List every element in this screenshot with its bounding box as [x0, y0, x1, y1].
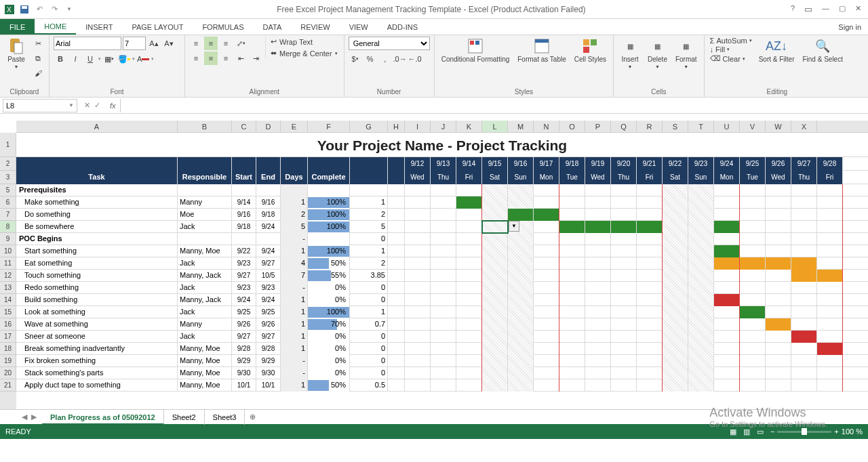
redo-icon[interactable]: ↷ — [49, 4, 60, 15]
row-header-15[interactable]: 15 — [0, 306, 16, 318]
gantt-cell[interactable] — [534, 221, 559, 233]
project-title[interactable]: Your Project Name - Project Tracking — [16, 133, 868, 157]
gantt-cell[interactable] — [405, 196, 431, 209]
gantt-cell[interactable] — [637, 245, 663, 257]
gantt-cell[interactable] — [817, 270, 843, 282]
col-header-R[interactable]: R — [637, 121, 663, 132]
view-break-button[interactable]: ▭ — [757, 427, 764, 436]
gantt-cell[interactable] — [688, 355, 714, 367]
cell-task[interactable]: Eat something — [16, 257, 178, 270]
gantt-cell[interactable] — [456, 245, 482, 257]
row-header-2[interactable]: 2 — [0, 157, 16, 171]
gantt-cell[interactable] — [482, 196, 508, 209]
gantt-cell[interactable] — [405, 343, 431, 355]
gantt-cell[interactable] — [663, 318, 688, 331]
underline-button[interactable]: U — [83, 52, 97, 66]
gantt-cell[interactable] — [766, 367, 791, 379]
gantt-cell[interactable] — [559, 282, 585, 294]
gantt-cell[interactable] — [791, 355, 817, 367]
gantt-cell[interactable] — [766, 221, 791, 233]
gantt-cell[interactable] — [663, 233, 688, 245]
gantt-cell[interactable] — [714, 245, 740, 257]
font-size-combo[interactable] — [123, 37, 146, 50]
col-header-L[interactable]: L — [482, 121, 508, 132]
gantt-cell[interactable] — [791, 367, 817, 379]
gantt-cell[interactable] — [431, 221, 456, 233]
align-left-button[interactable]: ≡ — [189, 51, 203, 65]
col-header-S[interactable]: S — [663, 121, 688, 132]
gantt-cell[interactable] — [637, 257, 663, 270]
zoom-slider[interactable] — [777, 431, 831, 433]
gantt-cell[interactable] — [534, 184, 559, 196]
gantt-cell[interactable] — [611, 270, 637, 282]
gantt-cell[interactable] — [817, 184, 843, 196]
fx-label[interactable]: fx — [106, 102, 120, 110]
gantt-cell[interactable] — [663, 343, 688, 355]
sheet-tab-3[interactable]: Sheet3 — [205, 410, 245, 425]
gantt-cell[interactable] — [688, 379, 714, 392]
gantt-cell[interactable] — [817, 306, 843, 318]
gantt-cell[interactable] — [791, 233, 817, 245]
gantt-cell[interactable] — [508, 355, 534, 367]
row-header-21[interactable]: 21 — [0, 379, 16, 392]
increase-indent-button[interactable]: ⇥ — [249, 51, 262, 65]
comma-button[interactable]: , — [378, 52, 392, 66]
gantt-cell[interactable] — [559, 270, 585, 282]
gantt-cell[interactable] — [714, 343, 740, 355]
decrease-font-button[interactable]: A▾ — [162, 37, 176, 50]
font-name-combo[interactable] — [54, 37, 121, 50]
zoom-out-button[interactable]: − — [770, 427, 774, 436]
gantt-cell[interactable] — [405, 233, 431, 245]
name-box[interactable]: L8▼ — [3, 99, 77, 112]
row-header-17[interactable]: 17 — [0, 331, 16, 343]
gantt-cell[interactable] — [766, 270, 791, 282]
gantt-cell[interactable] — [405, 294, 431, 306]
gantt-cell[interactable] — [456, 221, 482, 233]
gantt-cell[interactable] — [663, 209, 688, 221]
sheet-nav[interactable]: ◀▶ — [16, 413, 42, 421]
gantt-cell[interactable] — [456, 233, 482, 245]
gantt-cell[interactable] — [637, 306, 663, 318]
gantt-cell[interactable] — [482, 282, 508, 294]
gantt-cell[interactable] — [456, 318, 482, 331]
gantt-cell[interactable] — [714, 331, 740, 343]
gantt-cell[interactable] — [456, 209, 482, 221]
gantt-cell[interactable] — [431, 355, 456, 367]
cell-task[interactable]: Prerequisites — [16, 184, 178, 196]
col-header-C[interactable]: C — [232, 121, 256, 132]
gantt-cell[interactable] — [817, 245, 843, 257]
gantt-cell[interactable] — [585, 355, 611, 367]
gantt-cell[interactable] — [637, 221, 663, 233]
align-middle-button[interactable]: ≡ — [204, 37, 218, 50]
gantt-cell[interactable]: ▼ — [482, 221, 508, 233]
tab-file[interactable]: FILE — [0, 19, 35, 35]
gantt-cell[interactable] — [585, 245, 611, 257]
row-header-13[interactable]: 13 — [0, 282, 16, 294]
gantt-cell[interactable] — [688, 306, 714, 318]
gantt-cell[interactable] — [688, 318, 714, 331]
gantt-cell[interactable] — [714, 318, 740, 331]
gantt-cell[interactable] — [791, 282, 817, 294]
gantt-cell[interactable] — [431, 331, 456, 343]
gantt-cell[interactable] — [663, 270, 688, 282]
gantt-cell[interactable] — [431, 367, 456, 379]
row-header-8[interactable]: 8 — [0, 221, 16, 233]
gantt-cell[interactable] — [534, 233, 559, 245]
row-header-12[interactable]: 12 — [0, 270, 16, 282]
gantt-cell[interactable] — [585, 306, 611, 318]
gantt-cell[interactable] — [431, 379, 456, 392]
tab-formulas[interactable]: FORMULAS — [193, 19, 253, 35]
clear-button[interactable]: ⌫Clear▾ — [709, 54, 753, 63]
gantt-cell[interactable] — [534, 331, 559, 343]
col-header-T[interactable]: T — [688, 121, 714, 132]
cell-task[interactable]: POC Begins — [16, 233, 178, 245]
conditional-formatting-button[interactable]: Conditional Formatting — [439, 37, 513, 64]
gantt-cell[interactable] — [791, 184, 817, 196]
gantt-cell[interactable] — [482, 367, 508, 379]
gantt-cell[interactable] — [714, 221, 740, 233]
gantt-cell[interactable] — [817, 282, 843, 294]
gantt-cell[interactable] — [791, 379, 817, 392]
gantt-cell[interactable] — [740, 331, 766, 343]
gantt-cell[interactable] — [637, 184, 663, 196]
gantt-cell[interactable] — [482, 294, 508, 306]
